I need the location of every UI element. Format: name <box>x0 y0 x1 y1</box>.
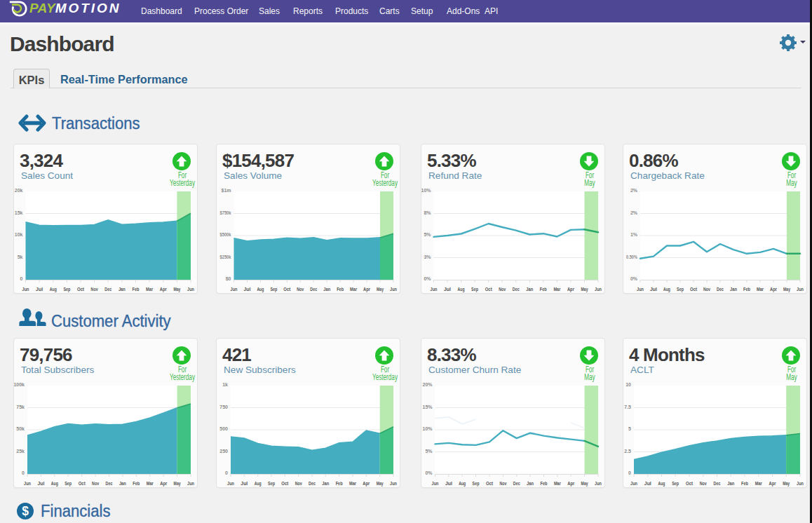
svg-text:Jan: Jan <box>119 481 126 486</box>
svg-text:$750k: $750k <box>220 210 231 216</box>
svg-text:$500k: $500k <box>220 232 231 238</box>
svg-text:7.5: 7.5 <box>624 405 631 409</box>
svg-text:25k: 25k <box>16 449 25 454</box>
svg-text:Jan: Jan <box>119 287 126 292</box>
svg-text:Apr: Apr <box>769 481 776 487</box>
svg-text:Dec: Dec <box>106 481 113 486</box>
svg-text:Mar: Mar <box>554 481 561 486</box>
svg-text:Jan: Jan <box>526 287 533 292</box>
svg-text:Jun: Jun <box>637 287 644 292</box>
svg-text:Oct: Oct <box>281 481 289 486</box>
svg-text:5: 5 <box>628 426 631 431</box>
svg-text:Feb: Feb <box>336 481 343 486</box>
svg-text:Sep: Sep <box>672 481 679 487</box>
svg-text:0%: 0% <box>424 276 431 281</box>
svg-text:Dec: Dec <box>309 481 316 486</box>
svg-text:Jan: Jan <box>323 287 330 292</box>
svg-text:5%: 5% <box>424 232 431 237</box>
svg-text:Apr: Apr <box>160 287 167 292</box>
svg-text:Nov: Nov <box>297 287 304 292</box>
svg-text:Jul: Jul <box>650 287 657 292</box>
svg-text:Dec: Dec <box>717 287 724 292</box>
svg-text:Aug: Aug <box>663 287 670 292</box>
svg-text:May: May <box>581 481 588 487</box>
svg-text:Apr: Apr <box>363 481 370 487</box>
svg-text:May: May <box>377 287 384 292</box>
svg-text:15k: 15k <box>15 210 23 215</box>
svg-text:Sep: Sep <box>270 287 277 292</box>
svg-text:0%: 0% <box>630 276 638 281</box>
svg-text:250: 250 <box>219 449 228 454</box>
svg-text:Jun: Jun <box>390 481 397 486</box>
svg-text:10%: 10% <box>421 188 431 193</box>
svg-text:Feb: Feb <box>133 481 140 486</box>
svg-text:Oct: Oct <box>283 287 291 292</box>
svg-text:$1m: $1m <box>221 188 231 193</box>
svg-text:Jun: Jun <box>22 287 29 292</box>
svg-text:Sep: Sep <box>268 481 275 487</box>
svg-text:Jan: Jan <box>730 287 737 292</box>
svg-text:Apr: Apr <box>363 287 370 292</box>
svg-text:75k: 75k <box>16 405 25 409</box>
svg-text:Aug: Aug <box>658 481 665 487</box>
svg-text:Jan: Jan <box>322 481 329 486</box>
svg-text:Feb: Feb <box>541 481 548 486</box>
svg-text:Jun: Jun <box>431 287 438 292</box>
svg-text:Oct: Oct <box>686 481 693 486</box>
svg-text:Aug: Aug <box>459 481 466 487</box>
svg-text:Dec: Dec <box>104 287 111 292</box>
svg-text:2.5: 2.5 <box>624 449 631 454</box>
svg-text:Mar: Mar <box>350 287 357 292</box>
svg-text:Apr: Apr <box>567 481 574 487</box>
svg-text:1k: 1k <box>222 382 228 387</box>
svg-text:Jul: Jul <box>241 481 248 486</box>
svg-text:Nov: Nov <box>91 287 98 292</box>
svg-text:May: May <box>581 287 588 292</box>
svg-text:500: 500 <box>219 426 228 431</box>
svg-text:2%: 2% <box>630 188 638 193</box>
svg-text:Dec: Dec <box>714 481 721 486</box>
svg-text:0%: 0% <box>425 470 433 475</box>
svg-text:1%: 1% <box>630 232 638 237</box>
svg-text:Dec: Dec <box>513 481 520 486</box>
svg-text:Feb: Feb <box>743 287 750 292</box>
svg-text:Sep: Sep <box>471 287 478 292</box>
svg-text:0.50%: 0.50% <box>626 254 638 259</box>
svg-text:Mar: Mar <box>146 287 153 292</box>
svg-text:Nov: Nov <box>92 481 99 486</box>
svg-text:Aug: Aug <box>458 287 465 292</box>
svg-text:100k: 100k <box>14 382 25 387</box>
svg-text:May: May <box>377 481 384 487</box>
svg-text:Mar: Mar <box>349 481 356 486</box>
svg-text:50k: 50k <box>16 426 25 431</box>
svg-text:2%: 2% <box>630 210 638 215</box>
svg-text:Jun: Jun <box>187 481 194 486</box>
svg-text:Nov: Nov <box>700 481 707 486</box>
svg-text:Feb: Feb <box>741 481 748 486</box>
svg-text:Nov: Nov <box>499 287 506 292</box>
svg-text:0: 0 <box>22 470 25 475</box>
svg-text:8%: 8% <box>424 210 431 215</box>
svg-text:Apr: Apr <box>567 287 574 292</box>
svg-text:Jun: Jun <box>24 481 31 486</box>
svg-text:Mar: Mar <box>757 287 764 292</box>
svg-text:$250k: $250k <box>220 254 231 260</box>
svg-text:Mar: Mar <box>147 481 154 486</box>
svg-text:Oct: Oct <box>486 481 494 486</box>
svg-text:750: 750 <box>219 405 228 409</box>
svg-text:Jun: Jun <box>797 287 804 292</box>
svg-text:Aug: Aug <box>50 287 57 292</box>
svg-text:$0: $0 <box>226 276 231 282</box>
svg-text:Apr: Apr <box>160 481 167 487</box>
svg-text:Dec: Dec <box>513 287 520 292</box>
svg-text:10%: 10% <box>422 426 433 431</box>
svg-text:Nov: Nov <box>703 287 710 292</box>
svg-text:Aug: Aug <box>51 481 58 487</box>
svg-text:10k: 10k <box>15 232 23 237</box>
svg-text:Jun: Jun <box>432 481 439 486</box>
svg-text:Oct: Oct <box>77 287 85 292</box>
svg-text:Oct: Oct <box>79 481 86 486</box>
svg-text:5k: 5k <box>18 254 23 259</box>
svg-text:Oct: Oct <box>485 287 493 292</box>
svg-text:20%: 20% <box>422 382 433 387</box>
